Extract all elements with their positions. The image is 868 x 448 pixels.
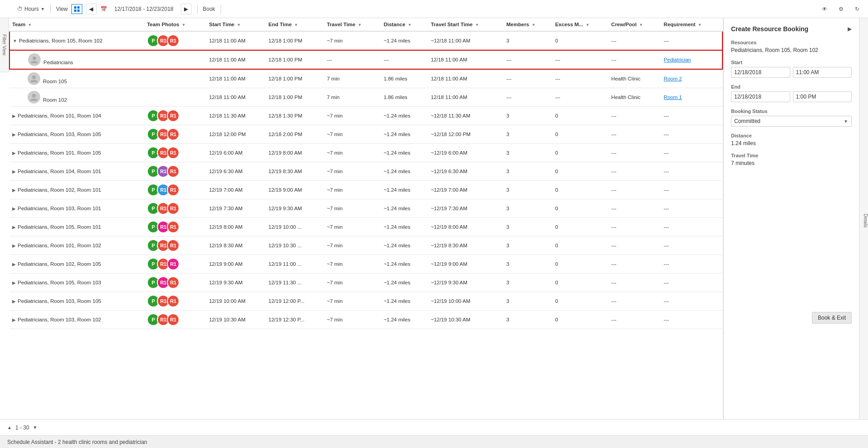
crew-pool-cell: ---: [609, 292, 661, 311]
team-photos-cell: PR1R1: [144, 162, 206, 181]
travel-time-cell: 7 min: [324, 88, 381, 107]
start-date-input[interactable]: [731, 67, 790, 78]
col-start-time[interactable]: Start Time ▼: [206, 18, 265, 31]
table-row[interactable]: ▶Pediatricians, Room 101, Room 102 PR1R1…: [9, 236, 722, 255]
expand-btn[interactable]: ▶: [12, 299, 16, 304]
end-time-input[interactable]: [793, 91, 852, 102]
table-row[interactable]: ▼Pediatricians, Room 105, Room 102 PR1R1…: [9, 31, 722, 50]
start-time-cell: 12/18 11:00 AM: [206, 69, 265, 88]
col-members[interactable]: Members ▼: [504, 18, 552, 31]
end-time-cell: 12/18 1:00 PM: [266, 88, 324, 107]
end-time-cell: 12/19 9:30 AM: [266, 199, 324, 218]
table-row[interactable]: ▶Pediatricians, Room 105, Room 101 PR1R1…: [9, 218, 722, 236]
expand-btn[interactable]: ▶: [12, 151, 16, 156]
col-team-photos[interactable]: Team Photos ▼: [144, 18, 206, 31]
expand-btn[interactable]: ▶: [12, 280, 16, 285]
requirement-link[interactable]: Pediatrician: [664, 57, 691, 62]
view-selector[interactable]: View: [56, 6, 68, 12]
col-travel-time[interactable]: Travel Time ▼: [324, 18, 381, 31]
expand-btn[interactable]: ▼: [13, 38, 17, 43]
svg-rect-1: [77, 6, 80, 9]
crew-pool-cell: ---: [609, 236, 661, 255]
table-row[interactable]: ▶Pediatricians, Room 103, Room 105 PR1R1…: [9, 292, 722, 311]
date-picker-icon[interactable]: 📅: [100, 6, 107, 12]
team-cell: ▶Pediatricians, Room 105, Room 101: [9, 218, 144, 236]
team-cell: Room 102: [9, 88, 144, 107]
start-time-input[interactable]: [793, 67, 852, 78]
requirement-link[interactable]: Room 1: [664, 94, 682, 100]
expand-btn[interactable]: ▶: [12, 243, 16, 248]
travel-start-cell: ~12/19 8:30 AM: [428, 236, 504, 255]
requirement-cell: ---: [661, 218, 722, 236]
travel-start-cell: ~12/19 10:30 AM: [428, 311, 504, 329]
travel-start-cell: 12/18 11:00 AM: [428, 69, 504, 88]
requirement-link[interactable]: Room 2: [664, 76, 682, 81]
end-time-sort-arrow: ▼: [294, 23, 298, 27]
book-exit-btn[interactable]: Book & Exit: [812, 312, 852, 324]
filter-view-tab[interactable]: Filter View: [0, 18, 9, 72]
requirement-cell: ---: [661, 311, 722, 329]
expand-btn[interactable]: ▶: [12, 206, 16, 211]
travel-start-cell: ~12/19 7:30 AM: [428, 199, 504, 218]
members-cell: 3: [504, 255, 552, 274]
excess-m-cell: 0: [552, 181, 609, 199]
expand-btn[interactable]: ▶: [12, 225, 16, 230]
table-row[interactable]: ▶Pediatricians, Room 102, Room 101 PR1R1…: [9, 181, 722, 199]
clock-icon: ⏱: [17, 6, 23, 12]
grid-area[interactable]: Team ▼ Team Photos ▼ Start Time ▼ End Ti…: [9, 18, 723, 419]
col-excess-m[interactable]: Excess M... ▼: [552, 18, 609, 31]
col-team[interactable]: Team ▼: [9, 18, 144, 31]
table-row[interactable]: Room 105 12/18 11:00 AM 12/18 1:00 PM 7 …: [9, 69, 722, 88]
table-row[interactable]: ▶Pediatricians, Room 101, Room 105 PR1R1…: [9, 144, 722, 162]
col-requirement[interactable]: Requirement ▼: [661, 18, 722, 31]
refresh-icon-btn[interactable]: ↻: [851, 3, 863, 15]
nav-prev-btn[interactable]: ◀: [86, 4, 97, 14]
table-row[interactable]: ▶Pediatricians, Room 105, Room 103 PR1R1…: [9, 274, 722, 292]
svg-rect-2: [74, 9, 76, 12]
team-cell: ▶Pediatricians, Room 105, Room 103: [9, 274, 144, 292]
svg-point-5: [32, 75, 36, 79]
expand-btn[interactable]: ▶: [12, 169, 16, 174]
table-row[interactable]: ▶Pediatricians, Room 103, Room 102 PR1R1…: [9, 311, 722, 329]
table-row[interactable]: ▶Pediatricians, Room 102, Room 105 PR1R1…: [9, 255, 722, 274]
excess-m-cell: 0: [552, 144, 609, 162]
start-time-cell: 12/19 8:30 AM: [206, 236, 265, 255]
start-input-row: [731, 67, 852, 78]
table-row[interactable]: ▶Pediatricians, Room 103, Room 105 PR1R1…: [9, 125, 722, 144]
end-time-cell: 12/19 10:30 ...: [266, 236, 324, 255]
col-end-time[interactable]: End Time ▼: [266, 18, 324, 31]
excess-m-cell: ---: [552, 69, 609, 88]
settings-icon-btn[interactable]: ⚙: [835, 3, 847, 15]
team-cell: ▶Pediatricians, Room 103, Room 101: [9, 199, 144, 218]
table-row[interactable]: Room 102 12/18 11:00 AM 12/18 1:00 PM 7 …: [9, 88, 722, 107]
expand-btn[interactable]: ▶: [12, 113, 16, 118]
col-distance[interactable]: Distance ▼: [381, 18, 428, 31]
hours-selector[interactable]: ⏱ Hours ▼: [17, 6, 45, 12]
expand-btn[interactable]: ▶: [12, 317, 16, 322]
excess-m-cell: 0: [552, 311, 609, 329]
details-tab[interactable]: Details: [859, 18, 868, 419]
nav-next-btn[interactable]: ▶: [181, 4, 192, 14]
col-travel-start-time[interactable]: Travel Start Time ▼: [428, 18, 504, 31]
grid-view-btn[interactable]: [71, 4, 82, 14]
start-time-cell: 12/19 7:30 AM: [206, 199, 265, 218]
expand-btn[interactable]: ▶: [12, 262, 16, 267]
page-up-btn[interactable]: ▲: [7, 425, 12, 430]
distance-cell: ~1.24 miles: [381, 218, 428, 236]
col-crew-pool[interactable]: Crew/Pool ▼: [609, 18, 661, 31]
expand-btn[interactable]: ▶: [12, 188, 16, 193]
expand-btn[interactable]: ▶: [12, 132, 16, 137]
start-time-cell: 12/19 7:00 AM: [206, 181, 265, 199]
table-row[interactable]: ▶Pediatricians, Room 103, Room 101 PR1R1…: [9, 199, 722, 218]
travel-time-cell: ~7 min: [324, 107, 381, 125]
panel-expand-btn[interactable]: ▶: [848, 26, 852, 32]
page-down-btn[interactable]: ▼: [33, 425, 38, 430]
table-row[interactable]: ▶Pediatricians, Room 104, Room 101 PR1R1…: [9, 162, 722, 181]
requirement-cell: ---: [661, 255, 722, 274]
book-btn[interactable]: Book: [203, 6, 215, 12]
table-row[interactable]: Pediatricians 12/18 11:00 AM 12/18 1:00 …: [9, 50, 722, 69]
eye-icon-btn[interactable]: 👁: [818, 3, 831, 15]
table-row[interactable]: ▶Pediatricians, Room 101, Room 104 PR1R1…: [9, 107, 722, 125]
booking-status-select[interactable]: Committed Tentative Cancelled: [731, 116, 852, 127]
end-date-input[interactable]: [731, 91, 790, 102]
